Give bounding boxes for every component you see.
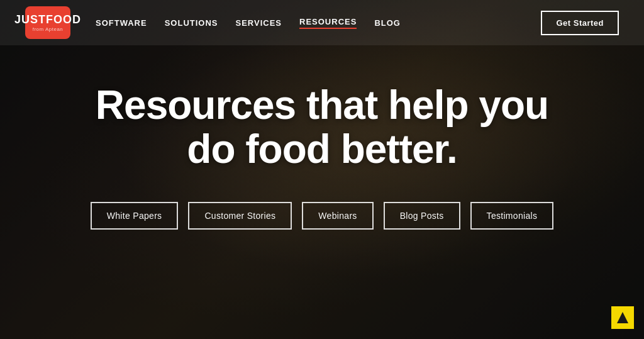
nav-resources[interactable]: RESOURCES xyxy=(299,17,357,29)
logo-box: JUSTFOOD from Aptean xyxy=(25,6,70,39)
nav-blog[interactable]: BLOG xyxy=(374,18,401,28)
nav-services[interactable]: SERVICES xyxy=(236,18,282,28)
filter-blog-posts[interactable]: Blog Posts xyxy=(384,202,460,230)
nav-solutions[interactable]: SOLUTIONS xyxy=(165,18,218,28)
filter-buttons: White Papers Customer Stories Webinars B… xyxy=(91,202,553,230)
aptean-logo-icon xyxy=(616,311,630,325)
nav-links: SOFTWARE SOLUTIONS SERVICES RESOURCES BL… xyxy=(96,17,541,29)
aptean-badge xyxy=(611,306,634,329)
filter-testimonials[interactable]: Testimonials xyxy=(470,202,554,230)
logo[interactable]: JUSTFOOD from Aptean xyxy=(25,6,70,39)
logo-main-text: JUSTFOOD xyxy=(14,14,81,25)
hero-title: Resources that help you do food better. xyxy=(96,83,548,172)
logo-sub-text: from Aptean xyxy=(33,26,64,32)
nav-software[interactable]: SOFTWARE xyxy=(96,18,147,28)
filter-white-papers[interactable]: White Papers xyxy=(91,202,179,230)
filter-customer-stories[interactable]: Customer Stories xyxy=(188,202,292,230)
hero-title-line2: do food better. xyxy=(187,126,457,172)
hero-title-line1: Resources that help you xyxy=(96,82,548,128)
svg-marker-0 xyxy=(617,312,628,323)
navbar: JUSTFOOD from Aptean SOFTWARE SOLUTIONS … xyxy=(0,0,644,45)
hero-content: Resources that help you do food better. … xyxy=(0,45,644,230)
filter-webinars[interactable]: Webinars xyxy=(302,202,373,230)
get-started-button[interactable]: Get Started xyxy=(541,11,619,35)
